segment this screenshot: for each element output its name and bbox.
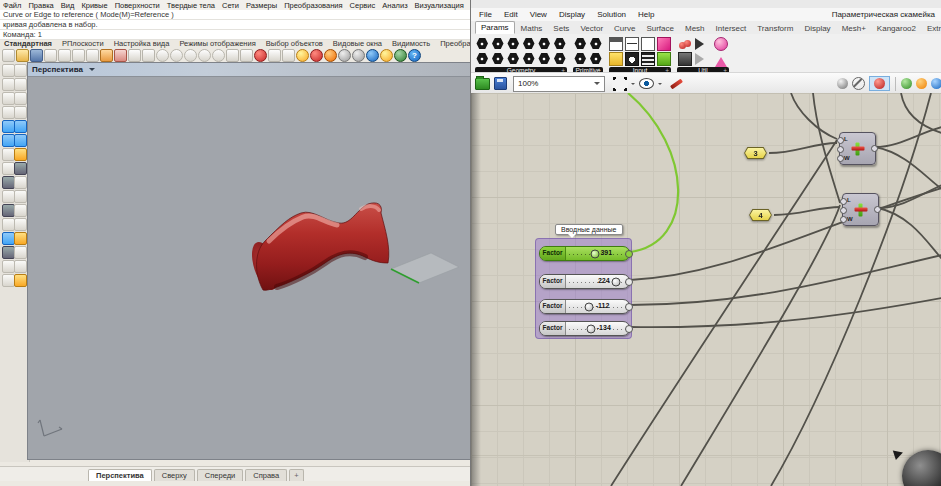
input-port-mid[interactable]	[837, 146, 844, 153]
brep-param-icon[interactable]	[523, 53, 535, 65]
paste-icon[interactable]	[100, 49, 113, 62]
zoom-out-icon[interactable]	[184, 49, 197, 62]
shaded-preview-selected[interactable]	[869, 76, 890, 91]
cylinder-tool-icon[interactable]	[14, 134, 27, 147]
tab-view-setup[interactable]: Настройка вида	[114, 39, 170, 48]
render-preview-icon[interactable]	[338, 49, 351, 62]
check-tool-icon[interactable]	[14, 260, 27, 273]
base-plane[interactable]	[391, 253, 459, 283]
sun-icon[interactable]	[380, 49, 393, 62]
slider-track[interactable]: 391	[566, 247, 629, 260]
selected-wire[interactable]	[628, 93, 678, 252]
tab-cplanes[interactable]: РПлоскости	[62, 39, 104, 48]
number-slider-4[interactable]: Factor -134	[539, 321, 630, 336]
gh-menu-view[interactable]: View	[530, 10, 547, 19]
value-list-icon[interactable]	[609, 52, 623, 66]
wire[interactable]	[878, 185, 941, 208]
viewport-tab-top[interactable]: Сверху	[154, 469, 195, 481]
render-tool-icon[interactable]	[14, 274, 27, 287]
mirror-tool-icon[interactable]	[14, 218, 27, 231]
number-slider-3[interactable]: Factor -112	[539, 299, 630, 314]
menu-curves[interactable]: Кривые	[81, 1, 107, 10]
menu-view[interactable]: Вид	[61, 1, 75, 10]
zoom-extents-icon[interactable]	[198, 49, 211, 62]
gh-canvas[interactable]: Вводные данные Factor 391 Factor 224 Fac…	[471, 93, 941, 486]
gh-component-1[interactable]: L W	[839, 132, 876, 165]
pan-icon[interactable]	[128, 49, 141, 62]
number-param-icon[interactable]	[574, 53, 586, 65]
loft-tool-icon[interactable]	[14, 190, 27, 203]
zoom-in-icon[interactable]	[170, 49, 183, 62]
move-icon[interactable]	[142, 49, 155, 62]
point-param-icon[interactable]	[476, 38, 488, 50]
circle-tool-icon[interactable]	[14, 78, 27, 91]
open-document-icon[interactable]	[475, 78, 490, 90]
slider-track[interactable]: 224	[566, 275, 629, 288]
slider-output-port[interactable]	[625, 325, 633, 333]
overlay-preview-icon[interactable]	[916, 78, 927, 89]
save-icon[interactable]	[30, 49, 43, 62]
slider-track[interactable]: -112	[566, 300, 629, 313]
zoom-selected-icon[interactable]	[212, 49, 225, 62]
number-slider-icon[interactable]	[625, 37, 639, 51]
gumball-tool-icon[interactable]	[14, 232, 27, 245]
wire[interactable]	[681, 205, 840, 486]
colour-swatch-icon[interactable]	[657, 37, 671, 51]
input-port-W[interactable]	[840, 216, 847, 223]
text-param-icon[interactable]	[590, 53, 602, 65]
viewport-tab-front[interactable]: Спереди	[197, 469, 243, 481]
slider-grip[interactable]	[612, 277, 621, 286]
group-param-icon[interactable]	[554, 53, 566, 65]
gh-tab-sets[interactable]: Sets	[548, 23, 574, 34]
wire[interactable]	[878, 208, 941, 259]
shade-icon[interactable]	[254, 49, 267, 62]
gh-tab-intersect[interactable]: Intersect	[711, 23, 752, 34]
wire[interactable]	[813, 93, 840, 203]
menu-surfaces[interactable]: Поверхности	[115, 1, 160, 10]
save-document-icon[interactable]	[494, 77, 507, 90]
context-bake-icon[interactable]	[678, 52, 692, 66]
vector-param-icon[interactable]	[476, 53, 488, 65]
input-port-W[interactable]	[837, 155, 844, 162]
preview-eye-icon[interactable]	[639, 78, 654, 89]
trigger-icon[interactable]	[715, 51, 727, 67]
integer-tag-4[interactable]: 4	[747, 209, 774, 221]
gh-tab-mesh-plus[interactable]: Mesh+	[837, 23, 871, 34]
new-file-icon[interactable]	[2, 49, 15, 62]
open-file-icon[interactable]	[16, 49, 29, 62]
viewport-tab-perspective[interactable]: Перспектива	[88, 469, 152, 481]
menu-file[interactable]: Файл	[3, 1, 21, 10]
control-points-icon[interactable]	[14, 64, 27, 77]
viewport-tab-right[interactable]: Справа	[245, 469, 287, 481]
rectangle-tool-icon[interactable]	[14, 92, 27, 105]
data-relay-icon[interactable]	[695, 53, 710, 65]
hide-icon[interactable]	[268, 49, 281, 62]
slider-output-port[interactable]	[625, 250, 633, 258]
geometry-param-icon[interactable]	[554, 38, 566, 50]
boolean-toggle-icon[interactable]	[641, 37, 655, 51]
number-slider-1[interactable]: Factor 391	[539, 246, 630, 261]
zoom-options-caret-icon[interactable]	[631, 83, 635, 87]
material-icon[interactable]	[352, 49, 365, 62]
wire[interactable]	[769, 143, 837, 153]
wire[interactable]	[875, 127, 941, 147]
galapagos-icon[interactable]	[714, 37, 728, 51]
gh-tab-vector[interactable]: Vector	[575, 23, 608, 34]
zoom-extents-icon[interactable]	[613, 77, 627, 91]
wire[interactable]	[774, 207, 840, 215]
zoom-level-dropdown[interactable]: 100%	[513, 76, 605, 92]
earth-icon[interactable]	[394, 49, 407, 62]
sphere-tool-icon[interactable]	[14, 120, 27, 133]
help-icon[interactable]: ?	[408, 49, 421, 62]
preview-options-caret-icon[interactable]	[658, 83, 662, 87]
print-icon[interactable]	[44, 49, 57, 62]
zoom-window-icon[interactable]	[156, 49, 169, 62]
group-label-tag[interactable]: Вводные данные	[555, 224, 623, 235]
cut-icon[interactable]	[58, 49, 71, 62]
tab-select-objects[interactable]: Выбор объектов	[266, 39, 323, 48]
gh-menu-edit[interactable]: Edit	[504, 10, 518, 19]
gh-tab-kangaroo2[interactable]: Kangaroo2	[872, 23, 921, 34]
mesh-param-icon[interactable]	[538, 53, 550, 65]
input-port-mid[interactable]	[840, 207, 847, 214]
undo-icon[interactable]	[114, 49, 127, 62]
